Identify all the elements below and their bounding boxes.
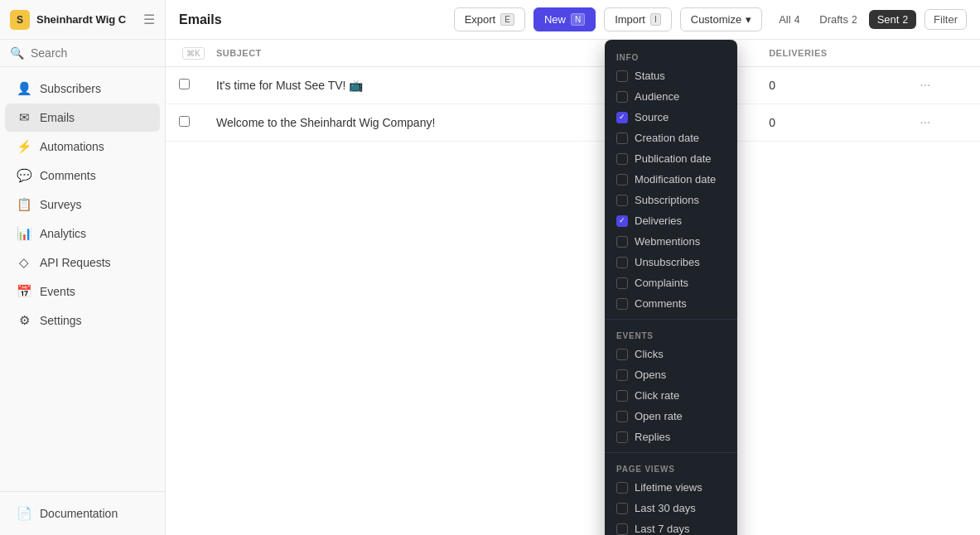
sidebar-item-emails[interactable]: ✉ Emails	[5, 104, 160, 132]
sidebar-item-label: API Requests	[40, 256, 111, 269]
table-row[interactable]: Welcome to the Sheinhardt Wig Company! 💬…	[166, 104, 980, 142]
page-views-section-label: PAGE VIEWS	[605, 458, 737, 477]
dropdown-item-replies[interactable]: Replies	[605, 427, 737, 447]
row-checkbox-cell	[166, 67, 203, 104]
checkbox-lifetime_views[interactable]	[616, 482, 628, 494]
row-checkbox[interactable]	[179, 79, 190, 89]
dropdown-item-audience[interactable]: Audience	[605, 86, 737, 107]
dropdown-item-publication_date[interactable]: Publication date	[605, 148, 737, 169]
checkbox-clicks[interactable]	[616, 349, 628, 360]
sidebar-item-settings[interactable]: ⚙ Settings	[5, 306, 160, 335]
dropdown-item-label-complaints: Complaints	[635, 277, 688, 289]
sidebar-nav: 👤 Subscribers ✉ Emails ⚡ Automations 💬 C…	[0, 67, 165, 491]
row-checkbox-cell	[166, 104, 203, 142]
checkbox-deliveries[interactable]	[616, 215, 628, 227]
dropdown-item-creation_date[interactable]: Creation date	[605, 128, 737, 148]
checkbox-modification_date[interactable]	[616, 174, 628, 186]
info-section-label: INFO	[605, 50, 737, 65]
customize-dropdown: INFO Status Audience Source Creation dat…	[605, 40, 737, 535]
dropdown-item-label-unsubscribes: Unsubscribes	[635, 256, 700, 268]
header-actions	[903, 40, 980, 67]
sidebar-item-analytics[interactable]: 📊 Analytics	[5, 219, 160, 248]
dropdown-item-open_rate[interactable]: Open rate	[605, 406, 737, 427]
row-checkbox[interactable]	[179, 116, 190, 127]
dropdown-item-deliveries[interactable]: Deliveries	[605, 210, 737, 231]
sidebar-header: S Sheinhardt Wig C ☰	[0, 0, 165, 40]
app-icon: S	[10, 10, 30, 30]
checkbox-replies[interactable]	[616, 431, 628, 443]
new-button[interactable]: New N	[533, 7, 596, 31]
checkbox-last_7_days[interactable]	[616, 523, 628, 535]
dropdown-item-last_7_days[interactable]: Last 7 days	[605, 518, 737, 535]
export-button[interactable]: Export E	[454, 7, 525, 31]
header-subject: SUBJECT	[203, 40, 630, 67]
tab-all[interactable]: All4	[770, 10, 808, 29]
checkbox-creation_date[interactable]	[616, 133, 628, 144]
dropdown-item-subscriptions[interactable]: Subscriptions	[605, 190, 737, 210]
dropdown-item-label-deliveries: Deliveries	[635, 214, 682, 227]
sidebar-item-automations[interactable]: ⚡ Automations	[5, 133, 160, 161]
checkbox-audience[interactable]	[616, 91, 628, 103]
more-options-button[interactable]: ···	[916, 113, 934, 131]
dropdown-item-label-last_7_days: Last 7 days	[635, 523, 690, 535]
sidebar-item-api-requests[interactable]: ◇ API Requests	[5, 248, 160, 277]
customize-button[interactable]: Customize ▾	[680, 7, 762, 31]
dropdown-item-lifetime_views[interactable]: Lifetime views	[605, 477, 737, 498]
checkbox-status[interactable]	[616, 70, 628, 82]
divider-events	[605, 319, 737, 320]
events-section-label: EVENTS	[605, 325, 737, 344]
content-area: SUBJECT SOURCE DELIVERIES It's time for …	[166, 40, 980, 535]
tab-label: Drafts	[819, 13, 848, 26]
checkbox-publication_date[interactable]	[616, 153, 628, 165]
dropdown-item-unsubscribes[interactable]: Unsubscribes	[605, 252, 737, 272]
dropdown-item-last_30_days[interactable]: Last 30 days	[605, 498, 737, 518]
dropdown-item-clicks[interactable]: Clicks	[605, 344, 737, 364]
dropdown-item-complaints[interactable]: Complaints	[605, 272, 737, 293]
row-deliveries: 0	[756, 67, 903, 104]
dropdown-item-label-creation_date: Creation date	[635, 132, 699, 144]
checkbox-webmentions[interactable]	[616, 236, 628, 248]
dropdown-item-label-clicks: Clicks	[635, 348, 664, 360]
emails-table: SUBJECT SOURCE DELIVERIES It's time for …	[166, 40, 980, 142]
checkbox-click_rate[interactable]	[616, 390, 628, 402]
search-icon: 🔍	[10, 46, 24, 60]
filter-button[interactable]: Filter	[924, 9, 967, 30]
row-more-cell: ···	[903, 104, 980, 142]
checkbox-opens[interactable]	[616, 369, 628, 381]
dropdown-item-modification_date[interactable]: Modification date	[605, 169, 737, 190]
sidebar-item-events[interactable]: 📅 Events	[5, 277, 160, 306]
more-options-button[interactable]: ···	[916, 76, 934, 94]
sidebar-item-label: Events	[40, 285, 75, 298]
dropdown-item-label-comments: Comments	[635, 297, 687, 310]
import-label: Import	[615, 13, 645, 26]
import-button[interactable]: Import I	[604, 7, 672, 31]
dropdown-item-source[interactable]: Source	[605, 107, 737, 128]
checkbox-complaints[interactable]	[616, 277, 628, 289]
dropdown-item-webmentions[interactable]: Webmentions	[605, 231, 737, 252]
sidebar-item-surveys[interactable]: 📋 Surveys	[5, 190, 160, 219]
dropdown-item-label-last_30_days: Last 30 days	[635, 502, 696, 514]
sidebar-item-comments[interactable]: 💬 Comments	[5, 161, 160, 190]
dropdown-item-status[interactable]: Status	[605, 65, 737, 86]
table-row[interactable]: It's time for Must See TV! 📺 💬 App 0 ···	[166, 67, 980, 104]
dropdown-item-click_rate[interactable]: Click rate	[605, 385, 737, 406]
checkbox-comments[interactable]	[616, 298, 628, 310]
dropdown-item-label-replies: Replies	[635, 431, 670, 443]
emails-icon: ✉	[17, 110, 31, 125]
sidebar-item-documentation[interactable]: 📄 Documentation	[5, 499, 160, 528]
dropdown-item-label-modification_date: Modification date	[635, 173, 716, 186]
checkbox-open_rate[interactable]	[616, 411, 628, 422]
checkbox-subscriptions[interactable]	[616, 195, 628, 206]
sidebar-item-label: Settings	[40, 314, 82, 327]
dropdown-item-comments[interactable]: Comments	[605, 293, 737, 314]
chevron-down-icon: ▾	[746, 13, 751, 26]
search-input[interactable]	[31, 46, 176, 60]
sidebar-item-subscribers[interactable]: 👤 Subscribers	[5, 75, 160, 103]
checkbox-unsubscribes[interactable]	[616, 257, 628, 268]
checkbox-source[interactable]	[616, 112, 628, 123]
tab-drafts[interactable]: Drafts2	[811, 10, 865, 29]
tab-sent[interactable]: Sent2	[869, 10, 916, 29]
dropdown-item-opens[interactable]: Opens	[605, 364, 737, 385]
menu-icon[interactable]: ☰	[143, 12, 155, 27]
checkbox-last_30_days[interactable]	[616, 503, 628, 514]
